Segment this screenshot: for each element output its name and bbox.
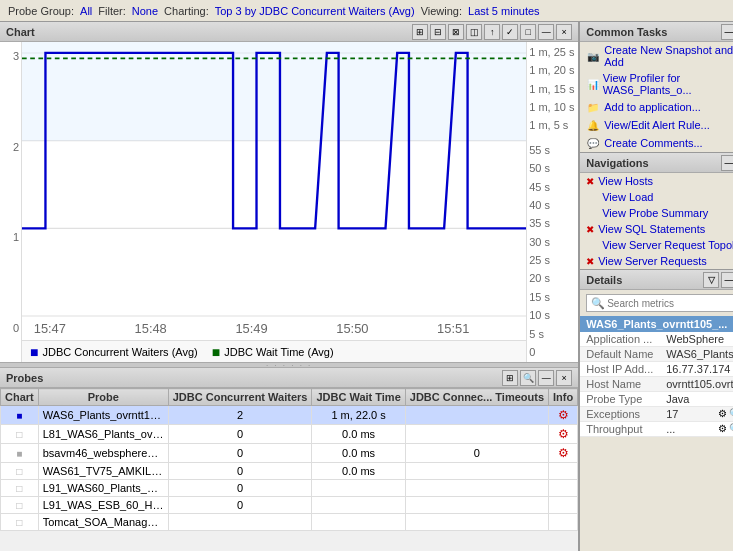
throughput-icon-1[interactable]: ⚙ xyxy=(718,423,727,435)
chart-icon-2[interactable]: ⊟ xyxy=(430,24,446,40)
nav-item-0[interactable]: ✖View Hosts1 xyxy=(580,173,733,189)
probe-info-cell[interactable]: ⚙ xyxy=(549,425,578,444)
table-row[interactable]: □ WAS61_TV75_AMKILAB02_W2k3 0 0.0 ms xyxy=(1,463,578,480)
right-axis-1m15s: 1 m, 15 s xyxy=(529,83,576,95)
svg-text:15:50: 15:50 xyxy=(336,322,368,336)
table-row[interactable]: ■ WAS6_Plants_ovrntt105_W2k3_... 2 1 m, … xyxy=(1,406,578,425)
legend-icon-waittime: ■ xyxy=(212,344,220,360)
col-waittime[interactable]: JDBC Wait Time xyxy=(312,389,405,406)
chart-icon-1[interactable]: ⊞ xyxy=(412,24,428,40)
chart-header-icons: ⊞ ⊟ ⊠ ◫ ↑ ✓ □ — × xyxy=(412,24,572,40)
table-row[interactable]: □ L91_WAS_ESB_60_HPSWROS0... 0 xyxy=(1,497,578,514)
details-field-value-0: WebSphere xyxy=(666,333,733,345)
search-icon: 🔍 xyxy=(591,297,605,310)
task-label-4: Create Comments... xyxy=(604,137,702,149)
chart-icon-9[interactable]: × xyxy=(556,24,572,40)
legend-icon-waiters: ■ xyxy=(30,344,38,360)
probe-name-cell: L81_WAS6_Plants_ovrntt155_W... xyxy=(38,425,168,444)
nav-item-1[interactable]: View Load4 xyxy=(580,189,733,205)
common-tasks-minimize[interactable]: — xyxy=(721,24,733,40)
col-probe[interactable]: Probe xyxy=(38,389,168,406)
probe-info-cell[interactable] xyxy=(549,463,578,480)
details-header: Details ▽ — + xyxy=(580,270,733,290)
probes-icon-3[interactable]: — xyxy=(538,370,554,386)
nav-error-icon-0: ✖ xyxy=(586,176,594,187)
col-timeouts[interactable]: JDBC Connec... Timeouts xyxy=(405,389,548,406)
task-item-2[interactable]: 📁Add to application... xyxy=(580,98,733,116)
probe-chart-cell[interactable]: □ xyxy=(1,514,39,531)
task-item-1[interactable]: 📊View Profiler for WAS6_Plants_o... xyxy=(580,70,733,98)
col-waiters[interactable]: JDBC Concurrent Waiters xyxy=(168,389,312,406)
exceptions-icon-1[interactable]: ⚙ xyxy=(718,408,727,420)
chart-icon-5[interactable]: ↑ xyxy=(484,24,500,40)
task-label-3: View/Edit Alert Rule... xyxy=(604,119,710,131)
details-filter-icon[interactable]: ▽ xyxy=(703,272,719,288)
probe-info-cell[interactable]: ⚙ xyxy=(549,406,578,425)
common-tasks-title: Common Tasks xyxy=(586,26,667,38)
details-field-label-2: Host IP Add... xyxy=(586,363,666,375)
charting-link[interactable]: Top 3 by JDBC Concurrent Waiters (Avg) xyxy=(215,5,415,17)
task-icon-1: 📊 xyxy=(586,77,599,91)
nav-item-2[interactable]: View Probe Summary xyxy=(580,205,733,221)
probe-timeouts-cell: 0 xyxy=(405,444,548,463)
probe-chart-cell[interactable]: □ xyxy=(1,425,39,444)
probe-group-link[interactable]: All xyxy=(80,5,92,17)
chart-icon-6[interactable]: ✓ xyxy=(502,24,518,40)
navigations-minimize[interactable]: — xyxy=(721,155,733,171)
probes-icon-2[interactable]: 🔍 xyxy=(520,370,536,386)
details-field-value-3: ovrntt105.ovrtes... xyxy=(666,378,733,390)
probes-table-container[interactable]: Chart Probe JDBC Concurrent Waiters JDBC… xyxy=(0,388,578,551)
probe-timeouts-cell xyxy=(405,480,548,497)
chart-icon-3[interactable]: ⊠ xyxy=(448,24,464,40)
probes-icon-1[interactable]: ⊞ xyxy=(502,370,518,386)
probe-waiters-cell: 0 xyxy=(168,480,312,497)
probe-info-cell[interactable] xyxy=(549,480,578,497)
right-axis-1m10s: 1 m, 10 s xyxy=(529,101,576,113)
details-field-label-4: Probe Type xyxy=(586,393,666,405)
nav-item-4[interactable]: View Server Request Topology xyxy=(580,237,733,253)
probe-chart-cell[interactable]: ■ xyxy=(1,406,39,425)
probe-name-cell: WAS6_Plants_ovrntt105_W2k3_... xyxy=(38,406,168,425)
viewing-link[interactable]: Last 5 minutes xyxy=(468,5,540,17)
nav-item-3[interactable]: ✖View SQL Statements1 xyxy=(580,221,733,237)
table-row[interactable]: □ L91_WAS60_Plants_oxycontin_1... 0 xyxy=(1,480,578,497)
probe-chart-cell[interactable]: ■ xyxy=(1,444,39,463)
probes-icon-4[interactable]: × xyxy=(556,370,572,386)
details-minimize[interactable]: — xyxy=(721,272,733,288)
search-box[interactable]: 🔍 xyxy=(586,294,733,312)
probe-chart-cell[interactable]: □ xyxy=(1,480,39,497)
probe-info-cell[interactable]: ⚙ xyxy=(549,444,578,463)
chart-icon-4[interactable]: ◫ xyxy=(466,24,482,40)
details-row-4: Probe Type Java xyxy=(580,392,733,407)
right-axis-25s: 25 s xyxy=(529,254,576,266)
probe-info-cell[interactable] xyxy=(549,497,578,514)
col-chart[interactable]: Chart xyxy=(1,389,39,406)
details-selected-label: WAS6_Plants_ovrntt105_... xyxy=(586,318,727,330)
chart-icon-8[interactable]: — xyxy=(538,24,554,40)
probe-chart-cell[interactable]: □ xyxy=(1,463,39,480)
details-row-6: Throughput ... ⚙ 🔍 📋 xyxy=(580,422,733,437)
table-row[interactable]: ■ bsavm46_websphere_plants 0 0.0 ms 0 ⚙ xyxy=(1,444,578,463)
chart-icon-7[interactable]: □ xyxy=(520,24,536,40)
right-axis-20s: 20 s xyxy=(529,272,576,284)
search-input[interactable] xyxy=(607,298,733,309)
task-item-3[interactable]: 🔔View/Edit Alert Rule... xyxy=(580,116,733,134)
task-item-4[interactable]: 💬Create Comments... xyxy=(580,134,733,152)
probe-info-cell[interactable] xyxy=(549,514,578,531)
nav-item-5[interactable]: ✖View Server Requests2 xyxy=(580,253,733,269)
exceptions-icon-2[interactable]: 🔍 xyxy=(729,408,733,420)
right-axis-10s: 10 s xyxy=(529,309,576,321)
probes-title: Probes xyxy=(6,372,43,384)
throughput-icon-2[interactable]: 🔍 xyxy=(729,423,733,435)
probe-timeouts-cell xyxy=(405,406,548,425)
chart-legend: ■ JDBC Concurrent Waiters (Avg) ■ JDBC W… xyxy=(22,340,526,362)
probe-waiters-cell: 0 xyxy=(168,444,312,463)
task-item-0[interactable]: 📷Create New Snapshot and Add xyxy=(580,42,733,70)
common-tasks-header: Common Tasks — + xyxy=(580,22,733,42)
table-row[interactable]: □ Tomcat_SOA_Manager_hnswro... xyxy=(1,514,578,531)
col-info[interactable]: Info xyxy=(549,389,578,406)
probe-chart-cell[interactable]: □ xyxy=(1,497,39,514)
details-selected-item[interactable]: WAS6_Plants_ovrntt105_... ▼ xyxy=(580,316,733,332)
filter-link[interactable]: None xyxy=(132,5,158,17)
table-row[interactable]: □ L81_WAS6_Plants_ovrntt155_W... 0 0.0 m… xyxy=(1,425,578,444)
